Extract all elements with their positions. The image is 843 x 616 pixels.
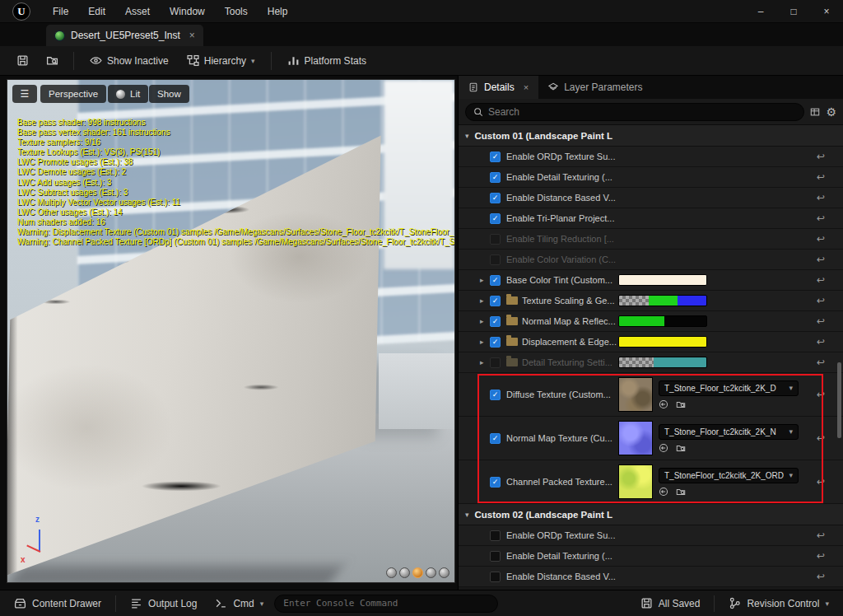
reset-to-default-icon[interactable]: ↩ [817, 315, 825, 327]
reset-to-default-icon[interactable]: ↩ [817, 571, 825, 582]
unreal-logo[interactable]: U [0, 2, 43, 21]
reset-to-default-icon[interactable]: ↩ [817, 192, 825, 203]
tab-details[interactable]: Details × [459, 76, 538, 99]
output-log-button[interactable]: Output Log [123, 593, 204, 614]
expander-icon[interactable]: ▸ [480, 338, 490, 346]
hierarchy-button[interactable]: Hierarchy ▾ [179, 49, 263, 72]
section-expander-icon[interactable]: ▾ [465, 132, 469, 140]
texture-thumbnail[interactable] [618, 421, 653, 455]
platform-stats-button[interactable]: Platform Stats [279, 49, 375, 72]
section-expander-icon[interactable]: ▾ [465, 511, 469, 519]
expander-icon[interactable]: ▸ [480, 276, 490, 284]
checkbox[interactable] [490, 572, 501, 582]
content-drawer-button[interactable]: Content Drawer [7, 593, 109, 614]
reset-to-default-icon[interactable]: ↩ [817, 151, 825, 162]
maximize-button[interactable]: □ [777, 0, 810, 23]
reset-to-default-icon[interactable]: ↩ [817, 233, 825, 245]
color-swatch[interactable] [618, 295, 707, 306]
reset-to-default-icon[interactable]: ↩ [817, 171, 825, 183]
reset-to-default-icon[interactable]: ↩ [817, 295, 825, 306]
browse-to-asset-icon[interactable] [676, 399, 686, 409]
show-inactive-button[interactable]: Show Inactive [82, 49, 177, 72]
checkbox[interactable] [490, 390, 501, 400]
texture-asset-dropdown[interactable]: T_Stone_Floor_tc2kcitk_2K_N ▾ [659, 424, 799, 440]
color-swatch[interactable] [618, 357, 707, 368]
checkbox[interactable] [490, 357, 501, 368]
revision-control-button[interactable]: Revision Control ▾ [721, 593, 836, 614]
menu-tools[interactable]: Tools [215, 0, 258, 23]
preview-cylinder-button[interactable] [386, 567, 397, 578]
tab-close-icon[interactable]: × [186, 30, 195, 41]
asset-tab[interactable]: Desert_UE5Preset5_Inst × [46, 25, 203, 46]
menu-window[interactable]: Window [160, 0, 215, 23]
close-button[interactable]: × [810, 0, 843, 23]
browse-to-asset-icon[interactable] [676, 487, 686, 497]
details-scrollbar[interactable] [837, 362, 841, 438]
texture-asset-dropdown[interactable]: T_StoneFloor_tc2kcitk_2K_ORD ▾ [659, 468, 799, 483]
viewport-options-button[interactable]: ☰ [12, 85, 37, 103]
reset-to-default-icon[interactable]: ↩ [817, 336, 825, 348]
browse-to-asset-button[interactable] [38, 49, 66, 72]
settings-gear-icon[interactable]: ⚙ [826, 105, 836, 119]
checkbox[interactable] [490, 551, 501, 562]
preview-sphere-button[interactable] [399, 567, 410, 578]
grid-view-icon[interactable] [810, 107, 820, 117]
tab-close-icon[interactable]: × [524, 82, 529, 92]
checkbox[interactable] [490, 477, 501, 488]
reset-to-default-icon[interactable]: ↩ [817, 476, 825, 488]
color-swatch[interactable] [618, 274, 707, 286]
checkbox[interactable] [490, 234, 501, 245]
checkbox[interactable] [490, 433, 501, 444]
checkbox[interactable] [490, 172, 501, 183]
all-saved-button[interactable]: All Saved [633, 593, 708, 614]
checkbox[interactable] [490, 152, 501, 162]
save-button[interactable] [8, 49, 36, 72]
color-swatch[interactable] [618, 315, 707, 327]
checkbox[interactable] [490, 254, 501, 265]
reset-to-default-icon[interactable]: ↩ [817, 274, 825, 286]
expander-icon[interactable]: ▸ [480, 296, 490, 305]
use-selected-asset-icon[interactable] [659, 399, 668, 409]
preview-cube-button[interactable] [426, 567, 436, 578]
reset-to-default-icon[interactable]: ↩ [817, 357, 825, 368]
checkbox[interactable] [490, 213, 501, 224]
tab-layer-parameters[interactable]: Layer Parameters [538, 76, 652, 99]
preview-plane-button[interactable] [412, 567, 423, 578]
menu-file[interactable]: File [43, 0, 78, 23]
preview-custom-mesh-button[interactable] [439, 567, 449, 578]
section-header-custom-01[interactable]: ▾ Custom 01 (Landscape Paint L [459, 125, 843, 147]
reset-to-default-icon[interactable]: ↩ [817, 254, 825, 265]
menu-help[interactable]: Help [258, 0, 298, 23]
minimize-button[interactable]: – [744, 0, 777, 23]
browse-to-asset-icon[interactable] [676, 443, 686, 453]
show-flags-button[interactable]: Show [149, 85, 189, 103]
reset-to-default-icon[interactable]: ↩ [817, 389, 825, 400]
lit-mode-button[interactable]: Lit [108, 85, 148, 103]
viewport-3d[interactable]: ☰ Perspective Lit Show Base pass shader:… [7, 79, 455, 583]
checkbox[interactable] [490, 296, 501, 306]
expander-icon[interactable]: ▸ [480, 317, 490, 325]
menu-edit[interactable]: Edit [78, 0, 115, 23]
reset-to-default-icon[interactable]: ↩ [817, 530, 825, 541]
section-header-custom-02[interactable]: ▾ Custom 02 (Landscape Paint L [459, 504, 843, 525]
perspective-button[interactable]: Perspective [40, 85, 106, 103]
console-command-input[interactable] [283, 598, 489, 609]
color-swatch[interactable] [618, 336, 707, 348]
texture-thumbnail[interactable] [618, 377, 653, 412]
checkbox[interactable] [490, 316, 501, 327]
checkbox[interactable] [490, 193, 501, 203]
reset-to-default-icon[interactable]: ↩ [817, 550, 825, 562]
texture-asset-dropdown[interactable]: T_Stone_Floor_tc2kcitk_2K_D ▾ [659, 380, 799, 396]
expander-icon[interactable]: ▸ [480, 358, 490, 366]
checkbox[interactable] [490, 337, 501, 348]
checkbox[interactable] [490, 530, 501, 541]
checkbox[interactable] [490, 275, 501, 286]
reset-to-default-icon[interactable]: ↩ [817, 212, 825, 224]
reset-to-default-icon[interactable]: ↩ [817, 432, 825, 444]
cmd-dropdown[interactable]: Cmd ▾ [207, 593, 271, 614]
menu-asset[interactable]: Asset [115, 0, 160, 23]
use-selected-asset-icon[interactable] [659, 487, 668, 497]
texture-thumbnail[interactable] [618, 464, 653, 499]
search-input[interactable] [488, 106, 796, 118]
use-selected-asset-icon[interactable] [659, 443, 668, 453]
